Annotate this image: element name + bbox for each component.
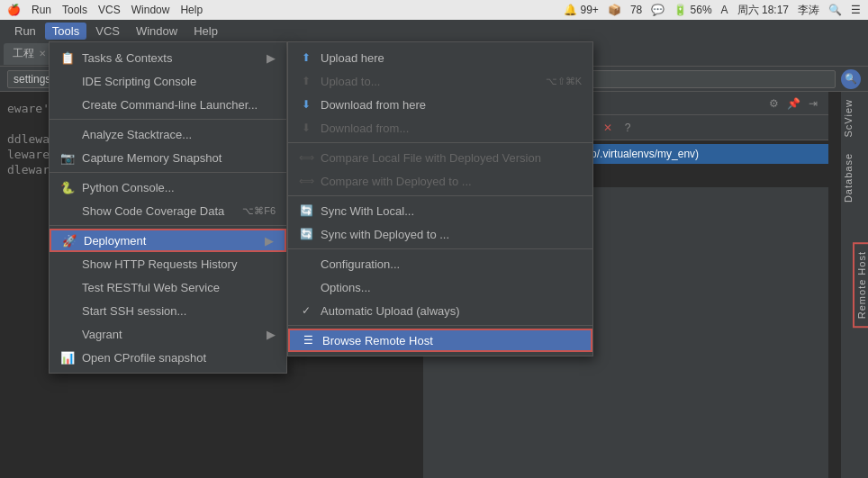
menu-python-console[interactable]: 🐍 Python Console... [50,176,286,199]
config-icon [299,257,313,271]
close-icon[interactable]: ✕ [39,49,46,59]
close-red-icon[interactable]: ✕ [600,120,616,136]
sc-view-tab[interactable]: ScView [841,92,855,144]
settings-icon[interactable]: ⚙ [765,95,782,112]
tools-menu-sys[interactable]: Tools [62,4,87,16]
sync-icon: 🔄 [299,203,313,218]
separator [288,325,592,326]
menu-vagrant[interactable]: Vagrant ▶ [50,322,286,346]
remote-host-side-tab-container: Remote Host [855,92,868,478]
menu-label: Create Command-line Launcher... [82,98,258,112]
sub-label: Download from here [321,98,426,112]
menu-tasks[interactable]: 📋 Tasks & Contexts ▶ [50,46,286,69]
search-button[interactable]: 🔍 [841,69,861,89]
menu-label: Deployment [84,234,146,248]
help-icon[interactable]: ? [619,120,636,136]
username: 李涛 [798,3,819,18]
window-menu-sys[interactable]: Window [131,4,170,16]
sub-label: Options... [321,281,371,294]
sub-label: Upload to... [321,75,381,88]
sub-configuration[interactable]: Configuration... [288,252,592,275]
camera-icon: 📷 [60,150,75,165]
compare-icon: ⟺ [299,174,313,188]
sync-icon: 🔄 [299,227,313,241]
compare-icon: ⟺ [299,150,313,165]
menu-icon[interactable]: ☰ [851,4,861,16]
separator [288,195,592,196]
run-menu-sys[interactable]: Run [32,4,51,16]
separator [50,225,286,226]
submenu-arrow-icon: ▶ [265,234,274,248]
menu-vcs[interactable]: VCS [88,23,127,40]
menu-label: Show Code Coverage Data [82,204,224,218]
menu-tools[interactable]: Tools [45,23,86,40]
shortcut-label: ⌥⌘F6 [242,205,276,217]
menu-label: Vagrant [82,328,122,341]
system-bar-right: 🔔 99+ 📦 78 💬 🔋 56% A 周六 18:17 李涛 🔍 ☰ [564,3,861,18]
sub-upload-here[interactable]: ⬆ Upload here [288,46,592,69]
menu-run[interactable]: Run [7,23,43,40]
menu-label: Python Console... [82,181,175,194]
sub-compare-local: ⟺ Compare Local File with Deployed Versi… [288,146,592,169]
separator [50,119,286,120]
restful-icon [60,280,75,294]
browse-icon: ☰ [301,333,315,347]
menu-memory[interactable]: 📷 Capture Memory Snapshot [50,146,286,169]
vagrant-icon [60,327,75,341]
menu-bar: Run Tools VCS Window Help [0,20,868,41]
sub-auto-upload[interactable]: ✓ Automatic Upload (always) [288,299,592,322]
download-icon: ⬇ [299,121,313,135]
analyze-icon [60,127,75,141]
menu-help[interactable]: Help [186,23,225,40]
menu-label: IDE Scripting Console [82,75,196,88]
menu-ide-scripting[interactable]: IDE Scripting Console [50,69,286,93]
cmd-icon [60,97,75,112]
python-icon: 🐍 [60,180,75,194]
pin-icon[interactable]: 📌 [785,95,801,112]
sub-sync-local[interactable]: 🔄 Sync With Local... [288,199,592,222]
sub-upload-to: ⬆ Upload to... ⌥⇧⌘K [288,69,592,93]
separator [50,172,286,173]
vcs-menu-sys[interactable]: VCS [98,4,121,16]
help-menu-sys[interactable]: Help [180,4,203,16]
menu-ssh[interactable]: Start SSH session... [50,299,286,322]
menu-window[interactable]: Window [129,23,185,40]
sub-download-from: ⬇ Download from... [288,116,592,140]
menu-restful[interactable]: Test RESTful Web Service [50,275,286,299]
http-icon [60,257,75,271]
cprofile-icon: 📊 [60,350,75,365]
database-tab[interactable]: Database [841,146,855,210]
remote-host-side-tab[interactable]: Remote Host [853,242,868,328]
menu-cmd-launcher[interactable]: Create Command-line Launcher... [50,93,286,116]
menu-deployment[interactable]: 🚀 Deployment ▶ [50,229,286,252]
sub-options[interactable]: Options... [288,275,592,299]
menu-coverage[interactable]: Show Code Coverage Data ⌥⌘F6 [50,199,286,222]
ssh-icon [60,303,75,318]
tools-menu: 📋 Tasks & Contexts ▶ IDE Scripting Conso… [49,41,287,374]
tab-project[interactable]: 工程 ✕ [4,43,55,65]
sub-label: Configuration... [321,257,400,271]
datetime: 周六 18:17 [737,3,789,18]
submenu-arrow-icon: ▶ [267,328,276,341]
menu-label: Start SSH session... [82,304,186,318]
sub-label: Compare Local File with Deployed Version [321,151,541,165]
tasks-icon: 📋 [60,50,75,65]
deployment-icon: 🚀 [62,233,77,248]
expand-icon[interactable]: ⇥ [805,95,821,112]
sub-browse-remote[interactable]: ☰ Browse Remote Host [288,329,592,352]
system-bar: 🍎 Run Tools VCS Window Help 🔔 99+ 📦 78 💬… [0,0,868,20]
menu-http-history[interactable]: Show HTTP Requests History [50,252,286,275]
apple-icon[interactable]: 🍎 [7,4,21,16]
sub-label: Upload here [321,51,384,65]
sub-download-here[interactable]: ⬇ Download from here [288,93,592,116]
notification-icon[interactable]: 🔔 99+ [564,4,599,16]
check-icon: ✓ [299,303,313,318]
sub-sync-deployed[interactable]: 🔄 Sync with Deployed to ... [288,222,592,246]
sub-label: Automatic Upload (always) [321,304,460,318]
menu-label: Capture Memory Snapshot [82,151,222,165]
download-icon: ⬇ [299,97,313,112]
search-icon[interactable]: 🔍 [828,4,842,16]
upload-icon: ⬆ [299,50,313,65]
menu-cprofile[interactable]: 📊 Open CProfile snapshot [50,346,286,369]
menu-analyze[interactable]: Analyze Stacktrace... [50,122,286,146]
